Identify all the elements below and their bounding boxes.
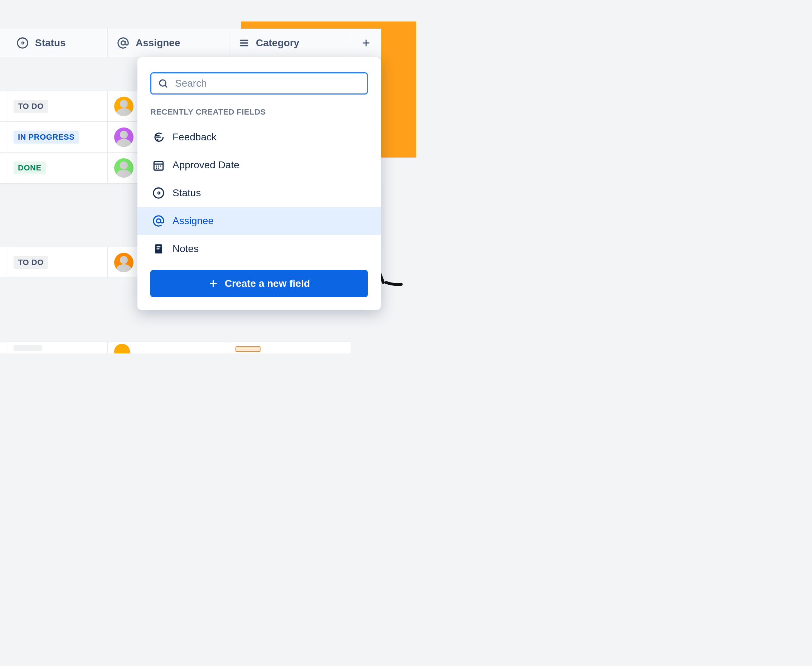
svg-point-17 [156,219,160,223]
add-column-button[interactable] [351,29,381,57]
field-option-label: Assignee [173,215,214,227]
field-option-assignee[interactable]: Assignee [137,207,381,235]
row-edge [0,91,7,121]
category-cell [229,342,351,353]
field-option-label: Feedback [173,132,217,143]
list-icon [239,38,250,48]
svg-point-14 [156,168,157,169]
field-option-feedback[interactable]: Feedback [137,123,381,151]
search-container [137,57,381,104]
column-header-label: Status [35,37,66,49]
search-icon [158,78,169,89]
column-header-spacer [0,29,7,57]
plus-icon [361,38,371,48]
status-badge: DONE [13,162,46,175]
field-option-label: Approved Date [173,159,239,171]
row-edge [0,247,7,277]
field-option-approved-date[interactable]: Approved Date [137,151,381,179]
row-edge [0,122,7,152]
field-option-notes[interactable]: Notes [137,235,381,263]
column-header-status[interactable]: Status [7,29,108,57]
feedback-icon [153,131,164,143]
create-field-button[interactable]: Create a new field [150,270,368,297]
status-cell[interactable]: DONE [7,153,108,183]
row-edge [0,342,7,353]
column-header-category[interactable]: Category [229,29,351,57]
avatar [114,344,130,354]
status-badge: TO DO [13,256,48,269]
plus-icon [208,279,218,288]
status-cell [7,342,108,353]
status-badge: TO DO [13,100,48,113]
field-option-status[interactable]: Status [137,179,381,207]
mention-icon [153,215,164,227]
create-field-label: Create a new field [225,278,310,289]
avatar [114,97,133,116]
row-edge [0,153,7,183]
svg-point-7 [159,80,166,86]
table-row-partial [0,341,351,353]
status-icon [16,37,29,49]
svg-point-13 [160,165,161,166]
column-header-assignee[interactable]: Assignee [108,29,229,57]
status-cell[interactable]: TO DO [7,247,108,277]
assignee-cell [108,342,229,353]
status-badge-partial [13,345,42,351]
status-badge: IN PROGRESS [13,131,79,143]
field-option-label: Status [173,187,201,199]
svg-point-12 [158,165,159,166]
search-input-wrapper[interactable] [150,73,368,94]
notes-icon [153,243,164,255]
column-header-label: Assignee [136,37,180,49]
avatar [114,253,133,272]
search-input[interactable] [175,78,360,89]
column-header-row: Status Assignee Category [0,29,381,57]
mention-icon [117,37,129,49]
field-option-label: Notes [173,243,199,255]
add-field-dropdown: RECENTLY CREATED FIELDS Feedback Approve… [137,57,381,310]
status-cell[interactable]: IN PROGRESS [7,122,108,152]
status-icon [153,187,164,199]
svg-point-15 [158,168,159,169]
calendar-icon [153,159,164,171]
svg-point-1 [121,41,125,45]
column-header-label: Category [256,37,299,49]
avatar [114,158,133,178]
category-chip-partial [235,346,261,352]
status-cell[interactable]: TO DO [7,91,108,121]
svg-point-11 [156,165,157,166]
section-label: RECENTLY CREATED FIELDS [137,104,381,123]
avatar [114,127,133,147]
svg-line-8 [165,86,168,88]
